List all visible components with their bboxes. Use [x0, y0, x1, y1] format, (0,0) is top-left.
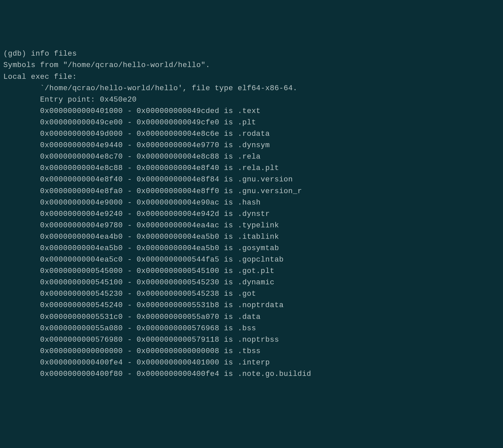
section-line: 0x0000000000576980 - 0x0000000000579118 …: [3, 334, 500, 346]
file-info-line: `/home/qcrao/hello-world/hello', file ty…: [3, 83, 500, 94]
section-line: 0x000000000049d000 - 0x00000000004e8c6e …: [3, 128, 500, 140]
section-line: 0x0000000000000000 - 0x0000000000000008 …: [3, 346, 500, 357]
section-line: 0x00000000004e8c70 - 0x00000000004e8c88 …: [3, 151, 500, 163]
local-exec-line: Local exec file:: [3, 71, 500, 83]
sections-list: 0x0000000000401000 - 0x000000000049cded …: [3, 106, 500, 380]
entry-point-line: Entry point: 0x450e20: [3, 94, 500, 106]
section-line: 0x0000000000400fe4 - 0x0000000000401000 …: [3, 357, 500, 369]
section-line: 0x00000000004ea4b0 - 0x00000000004ea5b0 …: [3, 231, 500, 243]
section-line: 0x00000000004e9780 - 0x00000000004ea4ac …: [3, 220, 500, 231]
section-line: 0x00000000004e9440 - 0x00000000004e9770 …: [3, 140, 500, 151]
section-line: 0x0000000000400f80 - 0x0000000000400fe4 …: [3, 369, 500, 380]
section-line: 0x00000000004ea5c0 - 0x0000000000544fa5 …: [3, 254, 500, 266]
section-line: 0x00000000004e8f40 - 0x00000000004e8f84 …: [3, 174, 500, 185]
gdb-prompt: (gdb): [3, 50, 31, 58]
section-line: 0x0000000000545230 - 0x0000000000545238 …: [3, 288, 500, 300]
section-line: 0x00000000004ea5b0 - 0x00000000004ea5b0 …: [3, 243, 500, 254]
gdb-prompt-line: (gdb) info files: [3, 48, 500, 60]
section-line: 0x0000000000545100 - 0x0000000000545230 …: [3, 277, 500, 288]
terminal-output[interactable]: (gdb) info filesSymbols from "/home/qcra…: [3, 48, 500, 380]
symbols-line: Symbols from "/home/qcrao/hello-world/he…: [3, 60, 500, 71]
section-line: 0x00000000004e8c88 - 0x00000000004e8f40 …: [3, 163, 500, 174]
section-line: 0x0000000000401000 - 0x000000000049cded …: [3, 106, 500, 117]
section-line: 0x00000000004e8fa0 - 0x00000000004e8ff0 …: [3, 186, 500, 197]
section-line: 0x0000000000545240 - 0x00000000005531b8 …: [3, 300, 500, 311]
section-line: 0x000000000049ce00 - 0x000000000049cfe0 …: [3, 117, 500, 128]
section-line: 0x00000000004e9240 - 0x00000000004e942d …: [3, 209, 500, 220]
section-line: 0x00000000004e9000 - 0x00000000004e90ac …: [3, 197, 500, 209]
section-line: 0x000000000055a080 - 0x0000000000576968 …: [3, 323, 500, 334]
gdb-command: info files: [31, 50, 77, 58]
section-line: 0x00000000005531c0 - 0x000000000055a070 …: [3, 312, 500, 323]
section-line: 0x0000000000545000 - 0x0000000000545100 …: [3, 266, 500, 277]
